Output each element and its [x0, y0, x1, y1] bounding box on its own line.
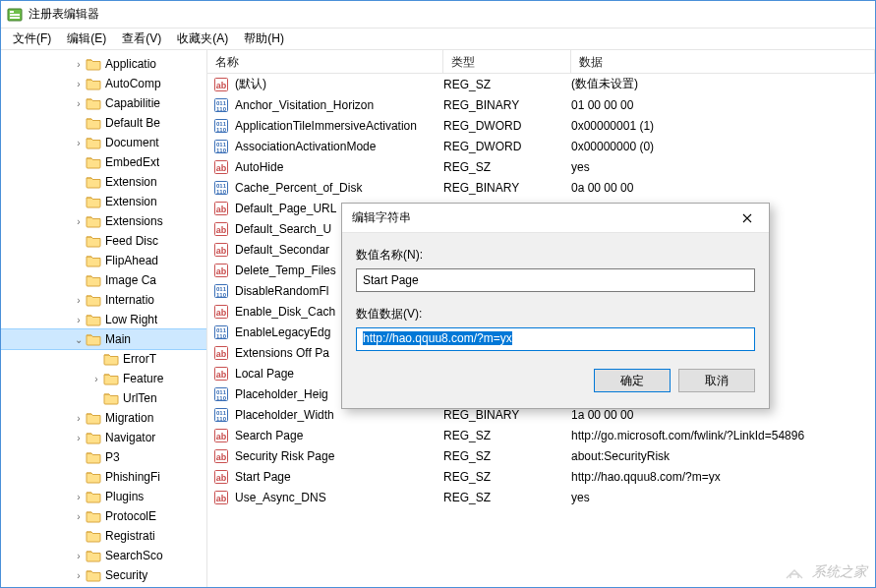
dialog-overlay: 编辑字符串 数值名称(N): 数值数据(V): http://hao.qquu8…	[1, 1, 875, 587]
value-data-label: 数值数据(V):	[356, 306, 755, 323]
dialog-body: 数值名称(N): 数值数据(V): http://hao.qquu8.com/?…	[342, 233, 769, 408]
value-data-input[interactable]: http://hao.qquu8.com/?m=yx	[356, 327, 755, 351]
cancel-button[interactable]: 取消	[678, 369, 755, 392]
ok-button[interactable]: 确定	[594, 369, 671, 392]
dialog-titlebar[interactable]: 编辑字符串	[342, 204, 769, 233]
dialog-buttons: 确定 取消	[356, 365, 755, 392]
edit-string-dialog: 编辑字符串 数值名称(N): 数值数据(V): http://hao.qquu8…	[341, 203, 770, 409]
dialog-title: 编辑字符串	[352, 209, 411, 226]
value-name-label: 数值名称(N):	[356, 247, 755, 264]
value-name-input[interactable]	[356, 268, 755, 292]
close-icon[interactable]	[731, 207, 763, 229]
